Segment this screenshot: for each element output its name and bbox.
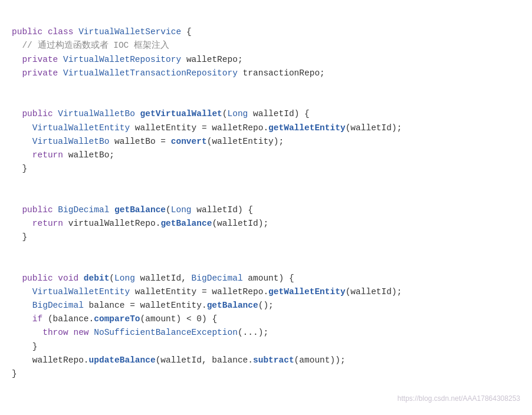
line-7: VirtualWalletEntity walletEntity = walle… [12, 123, 402, 133]
line-22: walletRepo.updateBalance(walletId, balan… [12, 355, 346, 365]
line-19: if (balance.compareTo(amount) < 0) { [12, 314, 217, 324]
line-4: private VirtualWalletTransactionReposito… [12, 68, 325, 78]
code-container: public class VirtualWalletService { // 通… [0, 0, 532, 415]
line-13: return virtualWalletRepo.getBalance(wall… [12, 219, 268, 228]
line-9: return walletBo; [12, 150, 114, 160]
line-18: BigDecimal balance = walletEntity.getBal… [12, 301, 274, 310]
line-17: VirtualWalletEntity walletEntity = walle… [12, 287, 402, 297]
line-23: } [12, 369, 17, 378]
line-21: } [12, 342, 38, 351]
line-3: private VirtualWalletRepository walletRe… [12, 55, 243, 64]
line-1: public class VirtualWalletService { [12, 27, 192, 37]
line-10: } [12, 164, 27, 173]
watermark: https://blog.csdn.net/AAA17864308253 [398, 393, 520, 404]
line-8: VirtualWalletBo walletBo = convert(walle… [12, 137, 284, 146]
line-14: } [12, 232, 27, 242]
line-6: public VirtualWalletBo getVirtualWallet(… [12, 109, 310, 118]
code-block: public class VirtualWalletService { // 通… [12, 12, 518, 394]
line-2: // 通过构造函数或者 IOC 框架注入 [12, 41, 169, 50]
line-16: public void debit(Long walletId, BigDeci… [12, 274, 294, 283]
line-12: public BigDecimal getBalance(Long wallet… [12, 205, 253, 215]
line-20: throw new NoSufficientBalanceException(.… [12, 328, 268, 337]
